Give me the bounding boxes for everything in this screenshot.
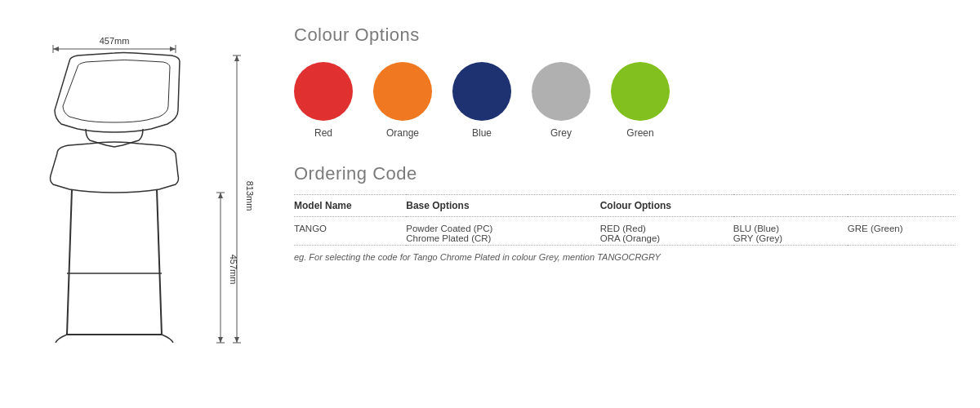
colour-grey: GRY (Grey) (733, 233, 831, 243)
swatch-grey: Grey (532, 62, 590, 139)
svg-line-6 (157, 189, 162, 335)
col-header-colour: Colour Options (600, 195, 956, 217)
cell-colour-1: RED (Red) ORA (Orange) (600, 217, 733, 246)
cell-colour-3: GRE (Green) (848, 217, 956, 246)
colour-red: RED (Red) (600, 224, 717, 233)
svg-marker-2 (170, 47, 176, 51)
base-option-2: Chrome Plated (CR) (406, 233, 575, 243)
dim-seat-label: 457mm (229, 255, 238, 285)
base-option-1: Powder Coated (PC) (406, 224, 575, 233)
svg-marker-1 (53, 47, 59, 51)
swatch-label-green: Green (626, 127, 653, 139)
swatch-label-blue: Blue (472, 127, 492, 139)
cell-colour-2: BLU (Blue) GRY (Grey) (733, 217, 848, 246)
table-row: TANGO Powder Coated (PC) Chrome Plated (… (294, 217, 956, 246)
swatch-circle-blue (452, 62, 511, 121)
dimensions-panel: 457mm (0, 0, 278, 408)
colour-blue: BLU (Blue) (733, 224, 831, 233)
svg-marker-11 (234, 337, 239, 343)
swatch-label-red: Red (314, 127, 332, 139)
col-header-base: Base Options (406, 195, 599, 217)
colour-swatches: Red Orange Blue Grey Green (294, 62, 956, 139)
swatch-circle-green (611, 62, 670, 121)
colour-orange: ORA (Orange) (600, 233, 717, 243)
swatch-green: Green (611, 62, 670, 139)
swatch-circle-orange (373, 62, 432, 121)
ordering-table: Model Name Base Options Colour Options T… (294, 194, 956, 262)
dim-width-label: 457mm (100, 36, 130, 46)
right-panel: Colour Options Red Orange Blue Grey Gree… (278, 0, 980, 408)
svg-line-5 (67, 189, 72, 335)
col-header-model: Model Name (294, 195, 406, 217)
cell-base: Powder Coated (PC) Chrome Plated (CR) (406, 217, 599, 246)
swatch-circle-red (294, 62, 353, 121)
svg-marker-16 (218, 337, 223, 343)
cell-model: TANGO (294, 217, 406, 246)
chair-diagram: 457mm (24, 33, 253, 375)
svg-marker-15 (218, 193, 223, 198)
swatch-circle-grey (532, 62, 590, 121)
dim-height-label: 813mm (245, 181, 253, 211)
colour-options-title: Colour Options (294, 24, 956, 46)
table-footer: eg. For selecting the code for Tango Chr… (294, 246, 956, 263)
colour-green: GRE (Green) (848, 224, 949, 233)
ordering-code-title: Ordering Code (294, 163, 956, 184)
swatch-red: Red (294, 62, 353, 139)
swatch-orange: Orange (373, 62, 432, 139)
swatch-label-grey: Grey (550, 127, 572, 139)
swatch-blue: Blue (452, 62, 511, 139)
footer-note: eg. For selecting the code for Tango Chr… (294, 246, 956, 263)
swatch-label-orange: Orange (386, 127, 419, 139)
svg-marker-10 (234, 55, 239, 61)
